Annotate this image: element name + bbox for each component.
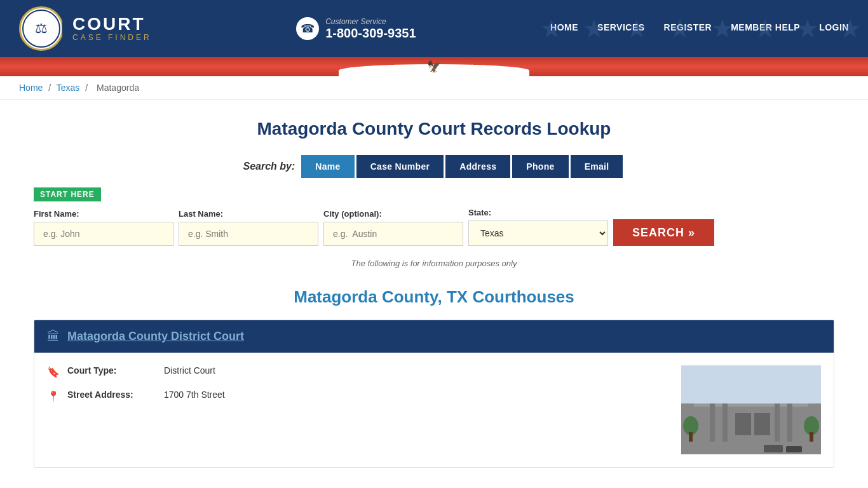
search-tabs-area: Search by: Name Case Number Address Phon… (34, 155, 834, 178)
tab-address[interactable]: Address (445, 155, 510, 178)
breadcrumb-sep2: / (85, 83, 88, 93)
logo-case-finder-text: CASE FINDER (72, 33, 152, 42)
search-form: First Name: Last Name: City (optional): … (34, 208, 834, 246)
first-name-input[interactable] (34, 222, 173, 246)
city-input[interactable] (323, 222, 463, 246)
banner-ribbon: ★ ★ ★ 🦅 ★ ★ ★ (0, 57, 868, 76)
info-note: The following is for information purpose… (34, 259, 834, 268)
breadcrumb-home[interactable]: Home (19, 83, 43, 93)
logo-circle-inner: ⚖ (22, 10, 60, 48)
first-name-label: First Name: (34, 209, 173, 219)
svg-rect-11 (754, 413, 770, 435)
state-label: State: (468, 208, 608, 217)
state-select[interactable]: TexasAlabamaAlaskaArizonaArkansasCalifor… (468, 220, 608, 246)
svg-rect-10 (735, 413, 751, 435)
first-name-field: First Name: (34, 209, 173, 246)
tab-case-number[interactable]: Case Number (356, 155, 444, 178)
courthouse-body: 🔖 Court Type: District Court 📍 Street Ad… (34, 353, 834, 467)
courthouse-card: 🏛 Matagorda County District Court 🔖 Cour… (34, 320, 834, 468)
logo-area: ⚖ COURT CASE FINDER (19, 6, 162, 51)
last-name-label: Last Name: (179, 209, 318, 219)
cs-text: Customer Service 1-800-309-9351 (325, 17, 416, 41)
court-type-value: District Court (164, 365, 215, 376)
courthouse-icon: 🏛 (47, 329, 60, 344)
nav-services[interactable]: SERVICES (597, 22, 645, 35)
courthouse-name-link[interactable]: Matagorda County District Court (67, 330, 244, 343)
nav-member-help[interactable]: MEMBER HELP (731, 22, 800, 35)
search-by-label: Search by: (243, 161, 295, 172)
svg-rect-17 (764, 445, 783, 452)
court-type-icon: 🔖 (47, 366, 60, 378)
site-header: ★ ★ ★ ★ ★ ★ ★ ★ ⚖ COURT CASE FINDER ☎ Cu… (0, 0, 868, 57)
tab-phone[interactable]: Phone (512, 155, 568, 178)
customer-service: ☎ Customer Service 1-800-309-9351 (296, 17, 416, 41)
breadcrumb-texas[interactable]: Texas (57, 83, 80, 93)
main-nav: HOME SERVICES REGISTER MEMBER HELP LOGIN (550, 22, 849, 35)
page-title: Matagorda County Court Records Lookup (34, 119, 834, 139)
courthouse-details: 🔖 Court Type: District Court 📍 Street Ad… (47, 365, 668, 454)
phone-icon: ☎ (296, 17, 319, 40)
courthouse-building-svg (681, 365, 821, 454)
logo-court-text: COURT (72, 15, 152, 33)
state-field: State: TexasAlabamaAlaskaArizonaArkansas… (468, 208, 608, 246)
logo-circle: ⚖ (19, 6, 64, 51)
cs-label: Customer Service (325, 17, 416, 26)
court-type-label: Court Type: (67, 365, 156, 376)
address-label: Street Address: (67, 390, 156, 400)
courthouses-title: Matagorda County, TX Courthouses (34, 287, 834, 307)
address-row: 📍 Street Address: 1700 7th Street (47, 390, 668, 402)
breadcrumb-sep1: / (48, 83, 51, 93)
main-content: Matagorda County Court Records Lookup Se… (21, 100, 847, 488)
nav-register[interactable]: REGISTER (664, 22, 712, 35)
gavel-icon: ⚖ (35, 20, 48, 37)
nav-home[interactable]: HOME (550, 22, 578, 35)
breadcrumb-current: Matagorda (97, 83, 139, 93)
court-type-row: 🔖 Court Type: District Court (47, 365, 668, 378)
tab-email[interactable]: Email (571, 155, 623, 178)
tab-name[interactable]: Name (301, 155, 354, 178)
courthouse-image (681, 365, 821, 454)
svg-rect-18 (786, 446, 802, 452)
city-field: City (optional): (323, 209, 463, 246)
last-name-input[interactable] (179, 222, 318, 246)
breadcrumb: Home / Texas / Matagorda (0, 76, 868, 100)
svg-rect-12 (681, 365, 821, 403)
courthouse-header: 🏛 Matagorda County District Court (34, 320, 834, 353)
nav-login[interactable]: LOGIN (819, 22, 849, 35)
last-name-field: Last Name: (179, 209, 318, 246)
city-label: City (optional): (323, 209, 463, 219)
address-value: 1700 7th Street (164, 390, 225, 400)
start-here-badge: START HERE (34, 187, 101, 201)
eagle-icon: 🦅 (427, 60, 441, 74)
cs-phone: 1-800-309-9351 (325, 26, 416, 41)
logo-text-block: COURT CASE FINDER (62, 10, 162, 47)
search-button[interactable]: SEARCH » (613, 219, 714, 246)
address-icon: 📍 (47, 390, 60, 402)
svg-rect-15 (689, 432, 693, 442)
svg-rect-16 (810, 432, 813, 442)
